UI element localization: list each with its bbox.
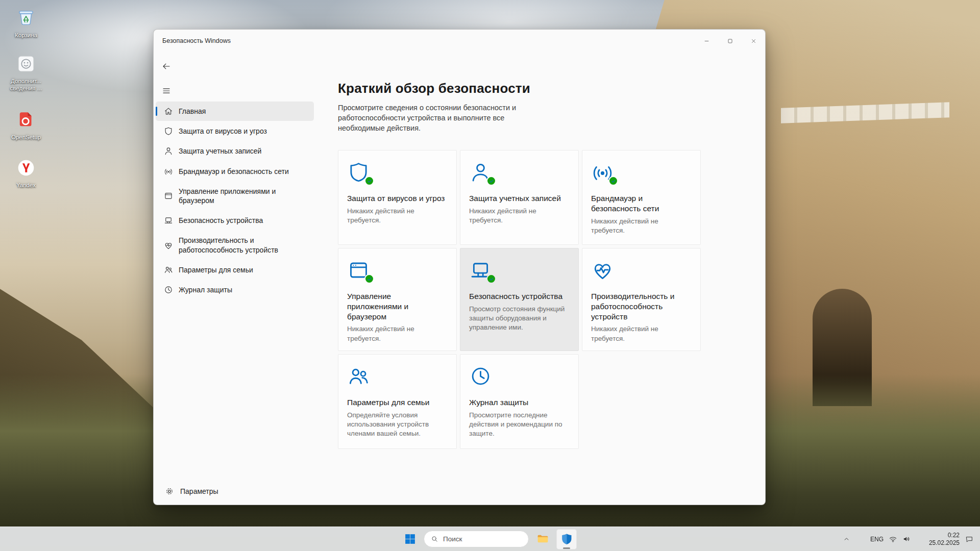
card-status: Просмотр состояния функций защиты оборуд… xyxy=(469,305,570,333)
sidebar-item-label: Управление приложениями и браузером xyxy=(179,187,309,205)
card-title: Журнал защиты xyxy=(469,397,570,408)
gear-icon xyxy=(165,487,174,496)
sidebar-item-family-options[interactable]: Параметры для семьи xyxy=(156,260,314,280)
tray-date: 25.02.2025 xyxy=(920,539,960,547)
page-subtitle: Просмотрите сведения о состоянии безопас… xyxy=(338,103,533,133)
card-status: Никаких действий не требуется. xyxy=(347,207,448,225)
chevron-up-icon xyxy=(843,535,850,543)
person-icon xyxy=(164,146,173,156)
sidebar-item-label: Производительность и работоспособность у… xyxy=(179,236,309,254)
card-virus-protection[interactable]: Защита от вирусов и угроз Никаких действ… xyxy=(338,150,457,245)
health-icon xyxy=(164,241,173,250)
window-title: Безопасность Windows xyxy=(154,37,231,44)
device-icon xyxy=(164,216,173,225)
tray-overflow-button[interactable] xyxy=(839,529,853,549)
sidebar-item-label: Безопасность устройства xyxy=(179,216,263,225)
recycle-bin-icon xyxy=(15,7,37,31)
desktop-icon-additional-info[interactable]: Дополнит... сведения ... xyxy=(5,53,47,92)
desktop-icon-recycle-bin[interactable]: Корзина xyxy=(5,7,47,39)
shield-icon xyxy=(347,161,372,184)
maximize-button[interactable] xyxy=(718,30,742,52)
card-title: Параметры для семьи xyxy=(347,397,448,408)
card-device-health[interactable]: Производительность и работоспособность у… xyxy=(582,248,701,351)
card-firewall-network[interactable]: Брандмауэр и безопасность сети Никаких д… xyxy=(582,150,701,245)
close-button[interactable] xyxy=(742,30,765,52)
card-device-security[interactable]: Безопасность устройства Просмотр состоян… xyxy=(460,248,579,351)
back-button[interactable] xyxy=(162,59,180,74)
minimize-button[interactable] xyxy=(695,30,718,52)
desktop: Корзина Дополнит... сведения ... OpenSet… xyxy=(0,0,980,551)
card-title: Производительность и работоспособность у… xyxy=(591,291,692,321)
search-icon xyxy=(431,535,438,543)
card-app-browser-control[interactable]: Управление приложениями и браузером Ника… xyxy=(338,248,457,351)
green-check-icon xyxy=(608,176,618,186)
desktop-icon-label: Дополнит... сведения ... xyxy=(10,78,42,92)
card-status: Никаких действий не требуется. xyxy=(591,324,692,343)
green-check-icon xyxy=(486,176,496,186)
volume-button[interactable] xyxy=(900,529,914,549)
card-status: Никаких действий не требуется. xyxy=(469,207,570,225)
desktop-icon-yandex[interactable]: Yandex xyxy=(5,157,47,189)
history-icon xyxy=(164,285,173,294)
home-icon xyxy=(164,107,173,116)
green-check-icon xyxy=(364,274,374,284)
sidebar-item-device-health[interactable]: Производительность и работоспособность у… xyxy=(156,231,314,259)
desktop-icon-opensetup[interactable]: OpenSetup xyxy=(5,109,47,141)
sidebar-item-home[interactable]: Главная xyxy=(156,102,314,121)
sidebar-item-device-security[interactable]: Безопасность устройства xyxy=(156,211,314,230)
family-icon xyxy=(347,365,372,388)
person-icon xyxy=(469,161,494,184)
file-explorer-button[interactable] xyxy=(532,529,553,549)
main-content: Краткий обзор безопасности Просмотрите с… xyxy=(316,52,765,505)
sidebar-item-app-browser-control[interactable]: Управление приложениями и браузером xyxy=(156,182,314,210)
card-title: Управление приложениями и браузером xyxy=(347,291,448,321)
notification-bubble-icon xyxy=(965,535,973,543)
wifi-button[interactable] xyxy=(886,529,900,549)
info-file-icon xyxy=(15,53,37,77)
card-title: Брандмауэр и безопасность сети xyxy=(591,193,692,214)
windows-security-taskbar-button[interactable] xyxy=(556,529,577,549)
sidebar-item-account-protection[interactable]: Защита учетных записей xyxy=(156,141,314,161)
device-icon xyxy=(469,259,494,282)
sidebar-item-protection-history[interactable]: Журнал защиты xyxy=(156,280,314,299)
sidebar-item-label: Журнал защиты xyxy=(179,285,232,294)
sidebar-item-label: Защита учетных записей xyxy=(179,146,261,156)
health-icon xyxy=(591,259,616,282)
card-account-protection[interactable]: Защита учетных записей Никаких действий … xyxy=(460,150,579,245)
notification-center-button[interactable] xyxy=(963,529,976,549)
network-icon xyxy=(591,161,616,184)
apps-icon xyxy=(164,191,173,201)
green-check-icon xyxy=(364,176,374,186)
windows-security-window: Безопасность Windows Главная Защита от в… xyxy=(153,29,766,505)
family-icon xyxy=(164,265,173,274)
opensetup-icon xyxy=(15,109,37,133)
card-title: Безопасность устройства xyxy=(469,291,570,302)
page-title: Краткий обзор безопасности xyxy=(338,81,750,96)
sidebar-nav: Главная Защита от вирусов и угроз Защита… xyxy=(154,102,316,299)
folder-icon xyxy=(536,533,549,545)
network-icon xyxy=(164,167,173,176)
search-input[interactable] xyxy=(443,535,514,543)
taskbar-search[interactable] xyxy=(424,531,529,547)
sidebar-settings-button[interactable]: Параметры xyxy=(154,479,316,505)
card-status: Никаких действий не требуется. xyxy=(591,217,692,235)
sidebar: Главная Защита от вирусов и угроз Защита… xyxy=(154,52,316,505)
desktop-icon-label: Корзина xyxy=(15,32,37,39)
taskbar: ENG 0:22 25.02.2025 xyxy=(0,527,980,551)
history-icon xyxy=(469,365,494,388)
card-protection-history[interactable]: Журнал защиты Просмотрите последние дейс… xyxy=(460,354,579,449)
security-cards-grid: Защита от вирусов и угроз Никаких действ… xyxy=(338,150,750,449)
apps-icon xyxy=(347,259,372,282)
window-controls xyxy=(695,30,765,52)
tray-time: 0:22 xyxy=(920,532,960,539)
window-titlebar[interactable]: Безопасность Windows xyxy=(154,30,765,52)
card-status: Никаких действий не требуется. xyxy=(347,324,448,343)
clock[interactable]: 0:22 25.02.2025 xyxy=(920,532,960,547)
sidebar-item-virus-protection[interactable]: Защита от вирусов и угроз xyxy=(156,121,314,141)
sidebar-item-firewall-network[interactable]: Брандмауэр и безопасность сети xyxy=(156,162,314,181)
menu-button[interactable] xyxy=(162,83,180,98)
card-family-options[interactable]: Параметры для семьи Определяйте условия … xyxy=(338,354,457,449)
yandex-icon xyxy=(15,157,37,181)
start-button[interactable] xyxy=(400,529,420,549)
language-indicator[interactable]: ENG xyxy=(868,529,886,549)
